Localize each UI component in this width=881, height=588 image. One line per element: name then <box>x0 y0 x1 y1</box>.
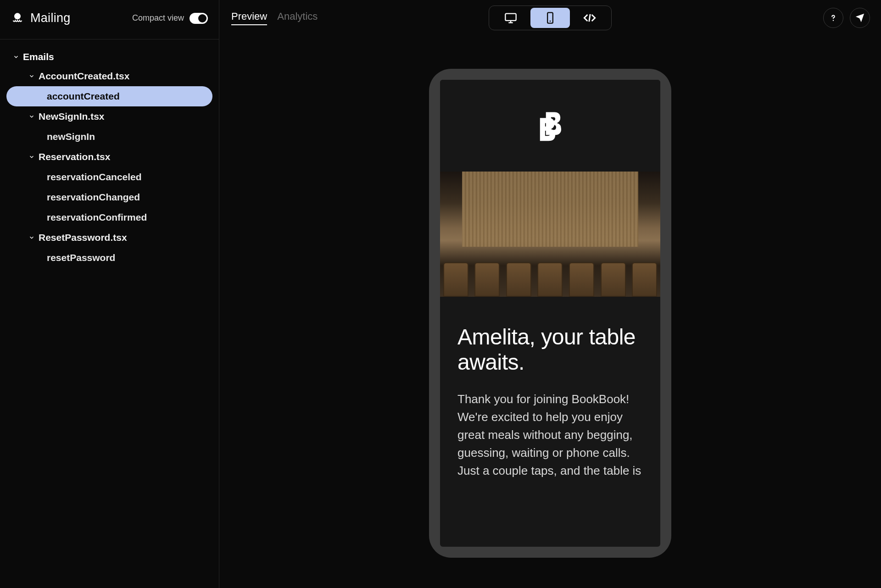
tree-item-resetpassword[interactable]: resetPassword <box>6 248 212 268</box>
smartphone-icon <box>544 11 557 24</box>
tree-item-reservationconfirmed[interactable]: reservationConfirmed <box>6 207 212 227</box>
tree-item-label: resetPassword <box>47 252 115 263</box>
help-icon <box>828 13 838 23</box>
tree-item-label: reservationConfirmed <box>47 212 147 223</box>
brand-icon <box>11 12 24 25</box>
phone-screen: Amelita, your table awaits. Thank you fo… <box>440 80 660 547</box>
email-header <box>440 80 660 172</box>
chevron-down-icon <box>28 113 35 120</box>
svg-point-0 <box>14 13 21 19</box>
tree-file-reservation[interactable]: Reservation.tsx <box>6 147 212 167</box>
email-tree: Emails AccountCreated.tsx accountCreated… <box>0 39 219 276</box>
topbar: Preview Analytics <box>219 0 881 36</box>
svg-line-6 <box>589 14 590 22</box>
toggle-switch[interactable] <box>190 13 208 24</box>
email-heading: Amelita, your table awaits. <box>457 324 643 375</box>
send-icon <box>855 13 865 23</box>
tab-analytics[interactable]: Analytics <box>277 11 318 25</box>
top-actions <box>823 8 870 28</box>
bookbook-logo <box>533 109 567 143</box>
tree-item-label: reservationChanged <box>47 192 140 203</box>
view-code-button[interactable] <box>570 8 609 28</box>
email-body: Amelita, your table awaits. Thank you fo… <box>440 297 660 489</box>
preview-area: Amelita, your table awaits. Thank you fo… <box>219 36 881 588</box>
tree-file-label: AccountCreated.tsx <box>39 71 129 82</box>
view-desktop-button[interactable] <box>491 8 530 28</box>
brand[interactable]: Mailing <box>11 11 71 25</box>
view-mobile-button[interactable] <box>530 8 570 28</box>
tree-item-label: accountCreated <box>47 91 120 102</box>
toggle-knob <box>198 14 206 22</box>
tree-file-resetpassword[interactable]: ResetPassword.tsx <box>6 227 212 248</box>
chevron-down-icon <box>28 234 35 241</box>
tree-file-label: NewSignIn.tsx <box>39 111 105 122</box>
svg-rect-1 <box>505 14 516 21</box>
send-button[interactable] <box>850 8 870 28</box>
tree-item-label: newSignIn <box>47 131 95 142</box>
tree-file-accountcreated[interactable]: AccountCreated.tsx <box>6 66 212 86</box>
sidebar: Mailing Compact view Emails AccountCreat… <box>0 0 219 588</box>
tabs: Preview Analytics <box>231 11 318 25</box>
tree-item-reservationchanged[interactable]: reservationChanged <box>6 187 212 207</box>
monitor-icon <box>504 11 517 24</box>
email-hero-image <box>440 172 660 297</box>
chevron-down-icon <box>13 54 19 60</box>
sidebar-header: Mailing Compact view <box>0 0 219 39</box>
tree-root-label: Emails <box>23 51 54 62</box>
compact-view-toggle[interactable]: Compact view <box>132 13 208 24</box>
help-button[interactable] <box>823 8 843 28</box>
phone-frame: Amelita, your table awaits. Thank you fo… <box>429 69 671 558</box>
tree-file-newsignin[interactable]: NewSignIn.tsx <box>6 106 212 127</box>
tree-file-label: ResetPassword.tsx <box>39 232 127 243</box>
svg-point-7 <box>833 20 834 21</box>
tree-item-newsignin[interactable]: newSignIn <box>6 127 212 147</box>
chevron-down-icon <box>28 154 35 160</box>
view-switch <box>489 6 612 30</box>
chevron-down-icon <box>28 73 35 79</box>
tree-root-emails[interactable]: Emails <box>6 48 212 66</box>
code-icon <box>583 11 596 24</box>
tab-preview[interactable]: Preview <box>231 11 267 25</box>
tree-file-label: Reservation.tsx <box>39 151 110 162</box>
tree-item-label: reservationCanceled <box>47 172 142 183</box>
tree-item-reservationcanceled[interactable]: reservationCanceled <box>6 167 212 187</box>
compact-view-label: Compact view <box>132 13 184 23</box>
brand-name: Mailing <box>30 11 71 25</box>
email-text: Thank you for joining BookBook! We're ex… <box>457 390 643 480</box>
tree-item-accountcreated[interactable]: accountCreated <box>6 86 212 106</box>
main: Preview Analytics <box>219 0 881 588</box>
